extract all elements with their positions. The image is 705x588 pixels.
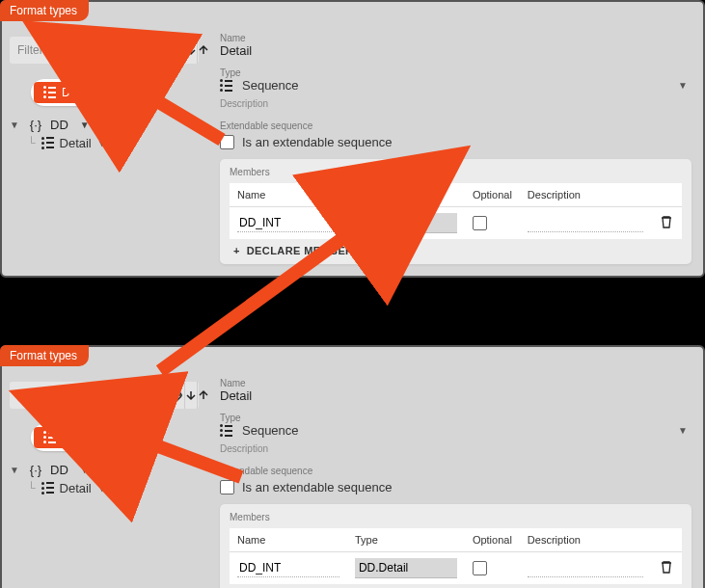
root: Format types Detail: [0, 0, 705, 588]
expand-caret-icon[interactable]: ▼: [10, 120, 21, 130]
member-optional-checkbox[interactable]: [473, 216, 487, 230]
right-pane: Name Detail Type Sequence ▼ Description …: [208, 27, 703, 276]
tree-label: DD: [50, 463, 68, 477]
member-description-input[interactable]: [528, 214, 643, 232]
panel-header: Format types: [0, 0, 89, 21]
member-optional-checkbox[interactable]: [473, 561, 487, 575]
delete-icon[interactable]: [659, 564, 674, 577]
left-pane: Detail ▼ ▼ {·} DD ▼ └ Detail ▼: [2, 372, 208, 588]
chevron-down-icon[interactable]: ▼: [97, 138, 107, 148]
tree: Detail ▼ ▼ {·} DD ▼ └ Detail ▼: [10, 422, 199, 497]
member-name-input[interactable]: [237, 214, 339, 232]
declare-member-button[interactable]: + DECLARE MEMBER: [230, 584, 682, 588]
members-panel: Members Name Type Optional Description: [220, 504, 691, 588]
type-value: Sequence: [242, 78, 299, 93]
extendable-label: Extendable sequence: [220, 120, 691, 131]
col-optional: Optional: [465, 183, 520, 207]
chevron-down-icon[interactable]: ▼: [678, 80, 691, 91]
gap: [0, 278, 705, 345]
col-description: Description: [520, 528, 651, 552]
tree-branch-icon: └: [27, 481, 36, 494]
tree-label: DD: [50, 118, 68, 132]
chevron-down-icon[interactable]: ▼: [97, 483, 107, 494]
table-row: [230, 552, 682, 585]
type-label: Type: [220, 413, 691, 423]
panel-format-types: Format types Detail: [0, 0, 705, 278]
chevron-down-icon[interactable]: ▼: [80, 465, 90, 475]
extendable-label: Extendable sequence: [220, 466, 691, 476]
chip-label: Detail: [62, 431, 92, 444]
col-type: Type: [347, 183, 465, 207]
members-table: Name Type Optional Description: [230, 183, 682, 239]
sequence-icon: [43, 86, 56, 98]
description-label: Description: [220, 98, 691, 109]
sort-down-icon[interactable]: [184, 382, 197, 409]
panel-header: Format types: [0, 345, 89, 366]
member-type-input[interactable]: [355, 213, 457, 233]
extendable-row: Is an extendable sequence: [220, 135, 691, 149]
sequence-icon: [220, 424, 232, 437]
col-optional: Optional: [465, 528, 520, 552]
sequence-icon: [41, 137, 54, 149]
col-name: Name: [230, 183, 347, 207]
filter-toolbar: [10, 382, 199, 409]
collapse-all-icon[interactable]: [170, 37, 184, 64]
extendable-checkbox[interactable]: [220, 135, 234, 149]
chip-detail-wrap[interactable]: Detail ▼: [31, 79, 128, 106]
member-description-input[interactable]: [528, 559, 643, 577]
tree-branch-icon: └: [27, 136, 36, 149]
extendable-checkbox[interactable]: [220, 480, 234, 494]
chevron-down-icon[interactable]: ▼: [101, 432, 122, 442]
tree-label: Detail: [60, 481, 92, 495]
chip-detail[interactable]: Detail: [34, 82, 101, 103]
members-label: Members: [230, 167, 682, 177]
tree-node-dd[interactable]: ▼ {·} DD ▼: [10, 116, 199, 134]
right-pane: Name Detail Type Sequence ▼ Description …: [208, 372, 703, 588]
col-type: Type: [347, 528, 465, 552]
tree-label: Detail: [60, 136, 92, 150]
collapse-all-icon[interactable]: [170, 382, 184, 409]
filter-toolbar: [10, 37, 199, 64]
type-label: Type: [220, 67, 691, 78]
delete-icon[interactable]: [659, 219, 674, 232]
sort-down-icon[interactable]: [184, 37, 197, 64]
name-value: Detail: [220, 43, 691, 58]
declare-member-button[interactable]: + DECLARE MEMBER: [230, 239, 682, 258]
tree-node-detail[interactable]: └ Detail ▼: [27, 479, 199, 497]
chip-detail-wrap[interactable]: Detail ▼: [31, 424, 128, 451]
braces-icon: {·}: [27, 463, 44, 477]
members-panel: Members Name Type Optional Description: [220, 159, 691, 264]
type-selector[interactable]: Sequence ▼: [220, 78, 691, 93]
chevron-down-icon[interactable]: ▼: [101, 87, 122, 97]
tree-node-dd[interactable]: ▼ {·} DD ▼: [10, 461, 199, 479]
description-label: Description: [220, 443, 691, 454]
chip-label: Detail: [62, 86, 92, 99]
chevron-down-icon[interactable]: ▼: [678, 425, 691, 436]
sequence-icon: [43, 431, 56, 443]
expand-caret-icon[interactable]: ▼: [10, 465, 21, 475]
extendable-row: Is an extendable sequence: [220, 480, 691, 494]
extendable-checkbox-label: Is an extendable sequence: [242, 480, 392, 494]
filter-input[interactable]: [10, 38, 170, 63]
filter-input[interactable]: [10, 383, 170, 408]
name-label: Name: [220, 33, 691, 43]
members-table: Name Type Optional Description: [230, 528, 682, 584]
sequence-icon: [41, 482, 54, 494]
type-value: Sequence: [242, 423, 299, 438]
name-label: Name: [220, 378, 691, 388]
chevron-down-icon[interactable]: ▼: [80, 120, 90, 130]
member-name-input[interactable]: [237, 559, 339, 577]
type-selector[interactable]: Sequence ▼: [220, 423, 691, 438]
member-type-input[interactable]: [355, 558, 457, 578]
name-value: Detail: [220, 388, 691, 403]
left-pane: Detail ▼ ▼ {·} DD ▼ └ Detail ▼: [2, 27, 208, 276]
braces-icon: {·}: [27, 118, 44, 132]
chip-detail[interactable]: Detail: [34, 427, 101, 448]
members-label: Members: [230, 512, 682, 522]
col-description: Description: [520, 183, 651, 207]
tree: Detail ▼ ▼ {·} DD ▼ └ Detail ▼: [10, 77, 199, 152]
col-name: Name: [230, 528, 347, 552]
sequence-icon: [220, 79, 232, 92]
tree-node-detail[interactable]: └ Detail ▼: [27, 134, 199, 152]
panel-format-types: Format types Detail: [0, 345, 705, 588]
